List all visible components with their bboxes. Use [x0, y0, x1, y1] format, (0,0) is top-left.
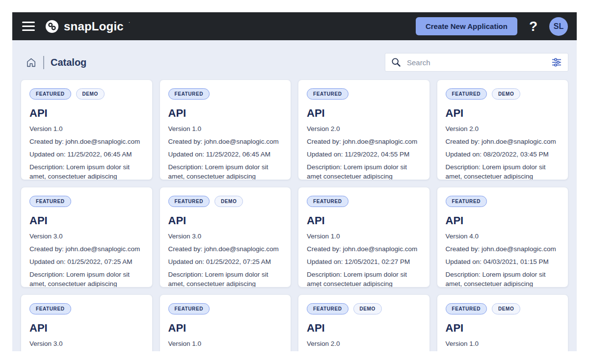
badge-featured: FEATURED: [29, 303, 71, 314]
card-updated-on: Updated on: 11/25/2022, 06:45 AM: [29, 150, 144, 159]
badge-row: FEATUREDDEMO: [168, 196, 283, 207]
card-title: API: [29, 107, 144, 120]
main-content: Catalog: [12, 40, 577, 351]
card-title: API: [168, 322, 283, 335]
badge-row: FEATURED: [29, 196, 144, 207]
catalog-card[interactable]: FEATURED API Version 1.0 Created by: joh…: [160, 294, 292, 351]
card-version: Version 4.0: [446, 232, 560, 241]
badge-demo: DEMO: [353, 303, 382, 314]
card-title: API: [168, 214, 283, 227]
badge-demo: DEMO: [76, 88, 105, 100]
card-description: Description: Lorem ipsum dolor sit amet,…: [446, 162, 560, 180]
catalog-card[interactable]: FEATURED API Version 1.0 Created by: joh…: [298, 187, 430, 287]
card-title: API: [29, 214, 144, 227]
card-title: API: [307, 107, 421, 120]
card-updated-on: Updated on: 01/25/2022, 07:25 AM: [168, 257, 283, 266]
card-version: Version 1.0: [446, 339, 560, 348]
card-version: Version 2.0: [307, 339, 421, 348]
card-description: Description: Lorem ipsum dolor sit amęt …: [307, 270, 421, 287]
snaplogic-logo: snapLogic ·: [45, 19, 130, 34]
header-actions: Create New Application ? SL: [416, 17, 568, 36]
badge-row: FEATUREDDEMO: [446, 88, 560, 100]
badge-featured: FEATURED: [29, 196, 71, 207]
card-updated-on: Updated on: 01/25/2022, 07:25 AM: [29, 257, 144, 266]
create-new-application-button[interactable]: Create New Application: [416, 17, 517, 35]
search-box: [385, 53, 568, 72]
card-updated-on: Updated on: 11/25/2022, 06:45 AM: [168, 150, 283, 159]
catalog-card[interactable]: FEATURED API Version 1.0 Created by: joh…: [160, 79, 292, 180]
catalog-card[interactable]: FEATUREDDEMO API Version 3.0 Created by:…: [160, 187, 292, 287]
badge-featured: FEATURED: [168, 196, 210, 207]
card-description: Description: Lorem ipsum dolor sit amet,…: [29, 270, 144, 287]
card-created-by: Created by: john.doe@snaplogic.com: [168, 137, 283, 146]
badge-featured: FEATURED: [307, 196, 348, 207]
card-created-by: Created by: john.doe@snaplogic.com: [29, 244, 144, 254]
badge-row: FEATUREDDEMO: [446, 303, 560, 314]
filter-sliders-icon[interactable]: [551, 58, 562, 67]
card-title: API: [29, 322, 144, 335]
badge-row: FEATURED: [29, 303, 144, 314]
card-title: API: [307, 214, 421, 227]
catalog-card[interactable]: FEATUREDDEMO API Version 2.0 Created by:…: [298, 294, 430, 351]
catalog-card[interactable]: FEATUREDDEMO API Version 1.0 Created by:…: [437, 294, 569, 351]
badge-featured: FEATURED: [446, 196, 487, 207]
card-version: Version 3.0: [29, 339, 144, 348]
badge-featured: FEATURED: [446, 88, 487, 100]
catalog-card[interactable]: FEATURED API Version 3.0 Created by: joh…: [21, 294, 153, 351]
card-title: API: [446, 107, 560, 120]
card-updated-on: Updated on: 08/20/2022, 03:45 PM: [446, 150, 560, 159]
card-version: Version 1.0: [168, 124, 283, 133]
badge-row: FEATURED: [168, 88, 283, 100]
card-title: API: [446, 322, 560, 335]
avatar[interactable]: SL: [549, 17, 568, 36]
search-icon: [391, 57, 401, 67]
badge-row: FEATURED: [307, 196, 421, 207]
card-created-by: Created by: john.doe@snaplogic.com: [446, 244, 560, 254]
hamburger-menu-icon[interactable]: [21, 20, 36, 33]
card-updated-on: Updated on: 12/05/2021, 02:27 PM: [307, 257, 421, 266]
toolbar-row: Catalog: [12, 40, 577, 79]
logo-text: snapLogic: [64, 20, 124, 33]
badge-featured: FEATURED: [307, 88, 348, 100]
badge-featured: FEATURED: [307, 303, 348, 314]
card-created-by: Created by: john.doe@snaplogic.com: [446, 137, 560, 146]
card-description: Description: Lorem ipsum dolor sit amet,…: [168, 270, 283, 287]
catalog-card[interactable]: FEATURED API Version 4.0 Created by: joh…: [437, 187, 569, 287]
badge-row: FEATURED: [168, 303, 283, 314]
card-version: Version 3.0: [29, 232, 144, 241]
badge-featured: FEATURED: [168, 88, 210, 100]
badge-demo: DEMO: [214, 196, 243, 207]
card-version: Version 1.0: [307, 232, 421, 241]
badge-row: FEATUREDDEMO: [307, 303, 421, 314]
badge-row: FEATURED: [307, 88, 421, 100]
card-version: Version 1.0: [29, 124, 144, 133]
snaplogic-mark-icon: [45, 19, 59, 34]
card-description: Description: Lorem ipsum dolor sit amęt …: [307, 162, 421, 180]
badge-featured: FEATURED: [446, 303, 487, 314]
search-input[interactable]: [406, 58, 546, 67]
card-created-by: Created by: john.doe@snaplogic.com: [168, 244, 283, 254]
card-updated-on: Updated on: 11/29/2022, 04:55 PM: [307, 150, 421, 159]
badge-featured: FEATURED: [29, 88, 71, 100]
card-updated-on: Updated on: 04/03/2021, 01:15 PM: [446, 257, 560, 266]
badge-demo: DEMO: [492, 303, 520, 314]
catalog-card[interactable]: FEATUREDDEMO API Version 2.0 Created by:…: [437, 79, 569, 180]
help-icon[interactable]: ?: [529, 20, 537, 33]
app-window: snapLogic · Create New Application ? SL …: [12, 12, 577, 351]
card-description: Description: Lorem ipsum dolor sit amet,…: [168, 162, 283, 180]
card-version: Version 3.0: [168, 232, 283, 241]
catalog-card[interactable]: FEATURED API Version 3.0 Created by: joh…: [21, 187, 153, 287]
card-version: Version 2.0: [446, 124, 560, 133]
home-icon[interactable]: [26, 57, 37, 68]
card-title: API: [446, 214, 560, 227]
breadcrumb: Catalog: [26, 56, 86, 69]
card-description: Description: Lorem ipsum dolor sit amet,…: [446, 270, 560, 287]
card-version: Version 2.0: [307, 124, 421, 133]
catalog-card[interactable]: FEATUREDDEMO API Version 1.0 Created by:…: [21, 79, 153, 180]
catalog-card[interactable]: FEATURED API Version 2.0 Created by: joh…: [298, 79, 430, 180]
breadcrumb-divider: [43, 56, 44, 69]
page-title: Catalog: [51, 57, 86, 68]
badge-featured: FEATURED: [168, 303, 210, 314]
card-title: API: [168, 107, 283, 120]
logo-trademark: ·: [129, 20, 130, 25]
